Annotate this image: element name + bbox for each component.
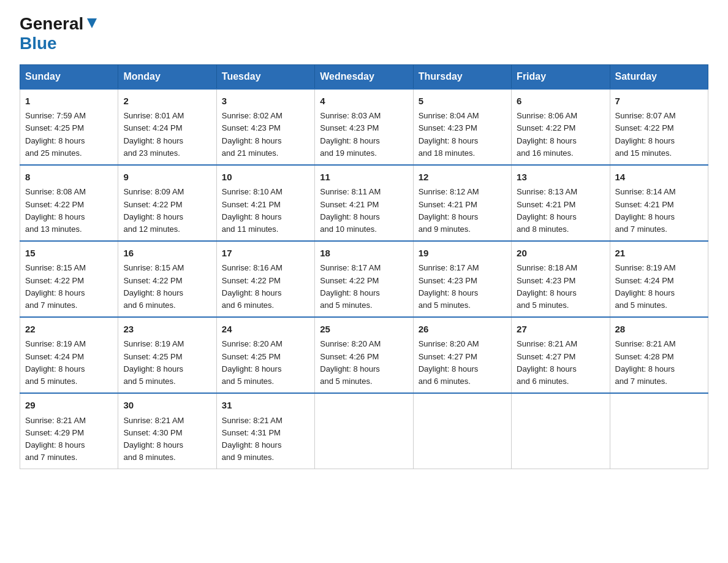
day-number: 8 [25,170,113,185]
calendar-cell: 24Sunrise: 8:20 AMSunset: 4:25 PMDayligh… [216,317,314,393]
day-number: 27 [517,323,604,337]
calendar-cell: 4Sunrise: 8:03 AMSunset: 4:23 PMDaylight… [315,89,413,165]
day-info: Sunrise: 8:01 AMSunset: 4:24 PMDaylight:… [123,110,211,159]
calendar-cell: 14Sunrise: 8:14 AMSunset: 4:21 PMDayligh… [610,165,708,241]
calendar-cell: 12Sunrise: 8:12 AMSunset: 4:21 PMDayligh… [413,165,511,241]
weekday-header-friday: Friday [512,64,610,89]
day-info: Sunrise: 8:07 AMSunset: 4:22 PMDaylight:… [615,110,703,159]
calendar-cell [512,393,610,469]
calendar-cell: 28Sunrise: 8:21 AMSunset: 4:28 PMDayligh… [610,317,708,393]
calendar-cell: 20Sunrise: 8:18 AMSunset: 4:23 PMDayligh… [512,241,610,317]
calendar-cell: 18Sunrise: 8:17 AMSunset: 4:22 PMDayligh… [315,241,413,317]
day-info: Sunrise: 8:16 AMSunset: 4:22 PMDaylight:… [222,262,309,312]
day-number: 28 [615,323,703,337]
day-number: 3 [222,94,309,109]
calendar-cell: 13Sunrise: 8:13 AMSunset: 4:21 PMDayligh… [512,165,610,241]
weekday-header-tuesday: Tuesday [216,64,314,89]
day-number: 9 [123,170,211,185]
calendar-cell: 9Sunrise: 8:09 AMSunset: 4:22 PMDaylight… [118,165,216,241]
calendar-cell: 17Sunrise: 8:16 AMSunset: 4:22 PMDayligh… [216,241,314,317]
calendar-cell: 11Sunrise: 8:11 AMSunset: 4:21 PMDayligh… [315,165,413,241]
weekday-header-saturday: Saturday [610,64,708,89]
day-number: 14 [615,170,703,185]
day-info: Sunrise: 8:20 AMSunset: 4:26 PMDaylight:… [320,338,408,388]
day-number: 30 [123,399,211,413]
day-info: Sunrise: 8:20 AMSunset: 4:25 PMDaylight:… [222,338,309,388]
day-number: 17 [222,247,309,261]
day-info: Sunrise: 8:15 AMSunset: 4:22 PMDaylight:… [123,262,211,312]
day-info: Sunrise: 8:18 AMSunset: 4:23 PMDaylight:… [517,262,604,312]
logo: General Blue [20,15,99,53]
day-number: 25 [320,323,408,337]
day-number: 18 [320,247,408,261]
day-info: Sunrise: 8:09 AMSunset: 4:22 PMDaylight:… [123,186,211,236]
calendar-cell: 26Sunrise: 8:20 AMSunset: 4:27 PMDayligh… [413,317,511,393]
day-info: Sunrise: 8:06 AMSunset: 4:22 PMDaylight:… [517,110,604,159]
day-number: 5 [419,94,506,109]
day-info: Sunrise: 8:19 AMSunset: 4:24 PMDaylight:… [25,338,113,388]
day-info: Sunrise: 8:21 AMSunset: 4:27 PMDaylight:… [517,338,604,388]
calendar-cell: 21Sunrise: 8:19 AMSunset: 4:24 PMDayligh… [610,241,708,317]
logo-general: General [20,15,83,34]
day-number: 29 [25,399,113,413]
day-number: 15 [25,247,113,261]
calendar-cell: 31Sunrise: 8:21 AMSunset: 4:31 PMDayligh… [216,393,314,469]
day-number: 22 [25,323,113,337]
calendar-cell [413,393,511,469]
calendar-cell: 29Sunrise: 8:21 AMSunset: 4:29 PMDayligh… [20,393,118,469]
weekday-header-monday: Monday [118,64,216,89]
day-info: Sunrise: 8:17 AMSunset: 4:22 PMDaylight:… [320,262,408,312]
day-number: 31 [222,399,309,413]
calendar-table: SundayMondayTuesdayWednesdayThursdayFrid… [20,64,708,469]
calendar-cell: 8Sunrise: 8:08 AMSunset: 4:22 PMDaylight… [20,165,118,241]
day-info: Sunrise: 8:21 AMSunset: 4:28 PMDaylight:… [615,338,703,388]
day-info: Sunrise: 8:17 AMSunset: 4:23 PMDaylight:… [419,262,506,312]
svg-marker-0 [87,18,97,28]
day-number: 23 [123,323,211,337]
week-row-1: 1Sunrise: 7:59 AMSunset: 4:25 PMDaylight… [20,89,708,165]
day-number: 19 [419,247,506,261]
calendar-cell: 6Sunrise: 8:06 AMSunset: 4:22 PMDaylight… [512,89,610,165]
calendar-cell: 1Sunrise: 7:59 AMSunset: 4:25 PMDaylight… [20,89,118,165]
calendar-cell: 15Sunrise: 8:15 AMSunset: 4:22 PMDayligh… [20,241,118,317]
day-number: 10 [222,170,309,185]
logo-triangle-icon [85,16,99,29]
day-number: 1 [25,94,113,109]
day-info: Sunrise: 8:12 AMSunset: 4:21 PMDaylight:… [419,186,506,236]
calendar-cell: 30Sunrise: 8:21 AMSunset: 4:30 PMDayligh… [118,393,216,469]
week-row-5: 29Sunrise: 8:21 AMSunset: 4:29 PMDayligh… [20,393,708,469]
day-number: 4 [320,94,408,109]
page-header: General Blue [20,15,708,53]
calendar-cell: 5Sunrise: 8:04 AMSunset: 4:23 PMDaylight… [413,89,511,165]
day-number: 11 [320,170,408,185]
weekday-header-wednesday: Wednesday [315,64,413,89]
day-info: Sunrise: 8:08 AMSunset: 4:22 PMDaylight:… [25,186,113,236]
weekday-header-sunday: Sunday [20,64,118,89]
day-number: 7 [615,94,703,109]
day-number: 12 [419,170,506,185]
calendar-cell: 19Sunrise: 8:17 AMSunset: 4:23 PMDayligh… [413,241,511,317]
day-info: Sunrise: 8:04 AMSunset: 4:23 PMDaylight:… [419,110,506,159]
day-number: 13 [517,170,604,185]
calendar-cell: 22Sunrise: 8:19 AMSunset: 4:24 PMDayligh… [20,317,118,393]
day-info: Sunrise: 8:21 AMSunset: 4:29 PMDaylight:… [25,415,113,464]
calendar-cell [610,393,708,469]
day-info: Sunrise: 8:03 AMSunset: 4:23 PMDaylight:… [320,110,408,159]
day-number: 26 [419,323,506,337]
calendar-cell: 2Sunrise: 8:01 AMSunset: 4:24 PMDaylight… [118,89,216,165]
day-info: Sunrise: 8:15 AMSunset: 4:22 PMDaylight:… [25,262,113,312]
day-number: 6 [517,94,604,109]
day-info: Sunrise: 8:21 AMSunset: 4:30 PMDaylight:… [123,415,211,464]
day-info: Sunrise: 8:19 AMSunset: 4:25 PMDaylight:… [123,338,211,388]
day-info: Sunrise: 7:59 AMSunset: 4:25 PMDaylight:… [25,110,113,159]
day-info: Sunrise: 8:21 AMSunset: 4:31 PMDaylight:… [222,415,309,464]
calendar-cell: 3Sunrise: 8:02 AMSunset: 4:23 PMDaylight… [216,89,314,165]
calendar-cell [315,393,413,469]
logo-blue: Blue [20,34,57,53]
day-number: 16 [123,247,211,261]
day-info: Sunrise: 8:14 AMSunset: 4:21 PMDaylight:… [615,186,703,236]
calendar-cell: 10Sunrise: 8:10 AMSunset: 4:21 PMDayligh… [216,165,314,241]
week-row-2: 8Sunrise: 8:08 AMSunset: 4:22 PMDaylight… [20,165,708,241]
day-info: Sunrise: 8:10 AMSunset: 4:21 PMDaylight:… [222,186,309,236]
week-row-4: 22Sunrise: 8:19 AMSunset: 4:24 PMDayligh… [20,317,708,393]
